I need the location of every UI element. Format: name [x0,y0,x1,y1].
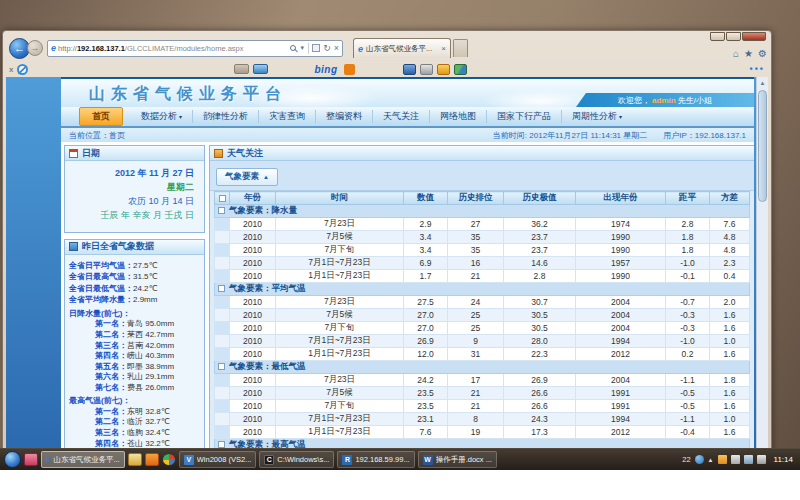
select-all-checkbox[interactable] [215,192,230,205]
station-value: 费县 26.0mm [127,383,174,394]
people-icon[interactable] [454,64,467,75]
group-checkbox[interactable] [218,207,225,214]
refresh-icon[interactable]: ↻ [323,44,331,53]
explorer-folder-icon[interactable] [128,453,142,466]
table-row[interactable]: 20107月下旬27.02530.52004-0.31.6 [215,322,750,335]
settings-gear-icon[interactable]: ⚙ [758,48,767,59]
table-row[interactable]: 20107月1日~7月23日23.1824.31994-1.11.0 [215,413,750,426]
nav-item-0[interactable]: 首页 [79,107,123,126]
blocked-content-icon[interactable] [17,64,28,75]
favorites-star-icon[interactable]: ★ [744,48,753,59]
nav-item-7[interactable]: 国家下行产品 [487,110,562,123]
media-player-icon[interactable] [162,453,176,466]
column-header-5[interactable]: 出现年份 [576,192,666,205]
date-panel-body: 2012 年 11 月 27 日 星期二 农历 10 月 14 日 壬辰 年 辛… [65,161,204,232]
row-spacer-cell [215,322,230,335]
compatibility-view-icon[interactable] [312,44,320,52]
cell: 3.4 [404,244,448,257]
network-icon[interactable] [744,455,753,464]
column-header-2[interactable]: 数值 [404,192,448,205]
cell: 2004 [576,322,666,335]
cell: 30.5 [504,309,576,322]
card-icon[interactable] [234,64,249,74]
star-badge-icon[interactable] [437,64,450,75]
group-checkbox[interactable] [218,363,225,370]
column-header-1[interactable]: 时间 [276,192,404,205]
stop-icon[interactable]: × [334,44,339,53]
scrollbar-thumb[interactable] [758,90,767,202]
taskbar-task-vm[interactable]: V Win2008 (VS2... [179,451,257,468]
nav-item-6[interactable]: 网络地图 [430,110,487,123]
bing-logo[interactable]: bing [314,64,337,75]
column-header-3[interactable]: 历史排位 [448,192,504,205]
mail-icon[interactable] [253,64,268,74]
nav-item-3[interactable]: 灾害查询 [259,110,316,123]
cell: 1.6 [710,400,750,413]
browser-tab[interactable]: e 山东省气候业务平... × [353,38,451,58]
cell: 7月下旬 [276,400,404,413]
table-row[interactable]: 20107月5候23.52126.61991-0.51.6 [215,387,750,400]
search-icon[interactable] [290,45,296,51]
rank-label: 第二名： [95,330,127,341]
forward-button[interactable]: → [27,40,43,56]
column-header-0[interactable]: 年份 [230,192,276,205]
start-button[interactable] [4,451,21,468]
close-toolbar-icon[interactable]: x [9,65,13,74]
volume-icon[interactable] [757,455,766,464]
pinned-orange-app-icon[interactable] [145,453,159,466]
show-hidden-icons[interactable]: ▲ [708,457,714,463]
ranking-item: 第一名：东明 32.8℃ [69,407,202,418]
alert-icon[interactable] [718,455,727,464]
column-header-7[interactable]: 方差 [710,192,750,205]
element-filter-label: 气象要素 [225,171,259,183]
nav-item-1[interactable]: 数据分析▾ [131,110,193,123]
nav-item-5[interactable]: 天气关注 [373,110,430,123]
table-row[interactable]: 20101月1日~7月23日12.03122.320120.21.6 [215,348,750,361]
cell: 2004 [576,296,666,309]
bing-box-icon[interactable] [344,64,355,75]
cell: -1.1 [666,413,710,426]
checkbox-icon[interactable] [219,195,226,202]
more-options-icon[interactable]: ••• [750,64,765,74]
element-filter-button[interactable]: 气象要素 ▲ [216,168,278,186]
table-row[interactable]: 20101月1日~7月23日7.61917.32012-0.41.6 [215,426,750,439]
table-row[interactable]: 20107月23日2.92736.219742.87.6 [215,218,750,231]
action-center-flag-icon[interactable] [731,455,740,464]
table-row[interactable]: 20101月1日~7月23日1.7212.81990-0.10.4 [215,270,750,283]
scroll-up-icon[interactable]: ▲ [757,77,768,89]
weather-watch-header: 天气关注 [210,146,754,161]
page-scrollbar[interactable]: ▲ ▼ [756,77,768,468]
group-checkbox[interactable] [218,285,225,292]
tools-icon[interactable] [420,64,433,75]
table-row[interactable]: 20107月下旬23.52126.61991-0.51.6 [215,400,750,413]
column-header-4[interactable]: 历史极值 [504,192,576,205]
table-row[interactable]: 20107月1日~7月23日6.91614.61957-1.02.3 [215,257,750,270]
taskbar-task-ie[interactable]: e 山东省气候业务平... [41,451,125,468]
tab-close-icon[interactable]: × [441,44,446,53]
nav-item-8[interactable]: 周期性分析▾ [562,110,632,123]
nav-item-2[interactable]: 韵律性分析 [193,110,259,123]
table-row[interactable]: 20107月23日27.52430.72004-0.72.0 [215,296,750,309]
taskbar-task-rdp[interactable]: R 192.168.59.99... [337,451,414,468]
table-row[interactable]: 20107月23日24.21726.92004-1.11.8 [215,374,750,387]
table-row[interactable]: 20107月下旬3.43523.719901.84.8 [215,244,750,257]
column-header-6[interactable]: 距平 [666,192,710,205]
home-icon[interactable]: ⌂ [733,48,739,59]
date-panel-header: 日期 [65,146,204,161]
stat-line: 全省日最低气温：24.2℃ [69,284,202,295]
cell: 1.8 [666,244,710,257]
ime-icon[interactable] [695,455,704,464]
taskbar-task-cmd[interactable]: C C:\Windows\s... [259,451,334,468]
rank-label: 第三名： [95,428,127,439]
address-bar[interactable]: e http://192.168.137.1/GLCCLIMATE/module… [47,40,343,57]
nav-item-4[interactable]: 整编资料 [316,110,373,123]
table-row[interactable]: 20107月1日~7月23日26.9928.01994-1.01.0 [215,335,750,348]
new-tab-button[interactable] [453,39,468,57]
camera-icon[interactable] [403,64,416,75]
taskbar-task-word[interactable]: W 操作手册.docx ... [418,451,497,468]
pinned-app-icon[interactable] [24,453,38,466]
chevron-down-icon[interactable]: ▼ [299,45,305,51]
table-row[interactable]: 20107月5候27.02530.52004-0.31.6 [215,309,750,322]
table-row[interactable]: 20107月5候3.43523.719901.84.8 [215,231,750,244]
cell: 26.9 [504,374,576,387]
